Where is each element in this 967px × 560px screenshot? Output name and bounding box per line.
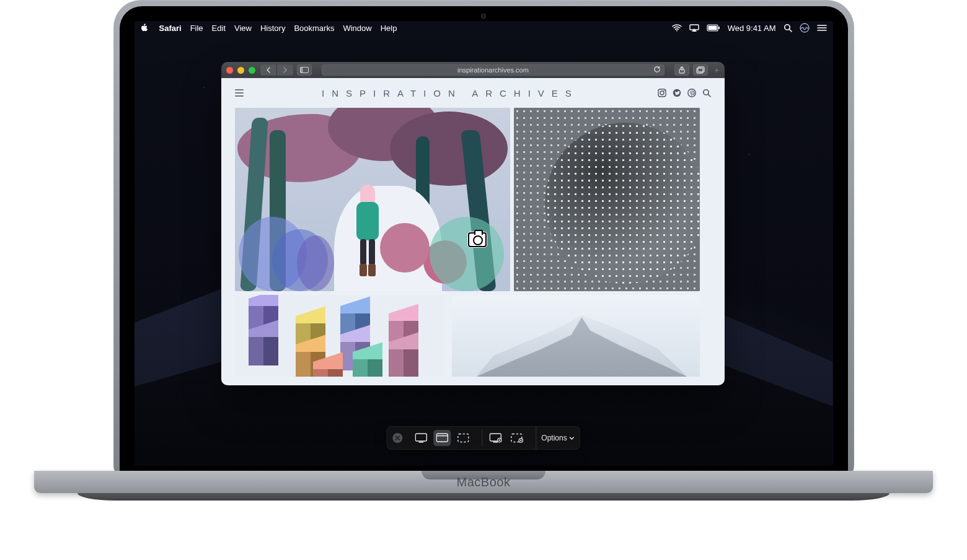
laptop-bezel: Safari File Edit View History Bookmarks …	[120, 6, 848, 477]
record-entire-screen-button[interactable]	[487, 430, 505, 446]
hamburger-menu-icon[interactable]	[235, 89, 244, 97]
twitter-icon[interactable]	[673, 89, 681, 97]
menu-history[interactable]: History	[260, 24, 285, 33]
menubar-app-name[interactable]: Safari	[159, 24, 182, 33]
svg-point-13	[660, 91, 664, 95]
capture-entire-screen-button[interactable]	[412, 430, 430, 446]
capture-window-button[interactable]	[433, 430, 451, 446]
menu-window[interactable]: Window	[343, 24, 371, 33]
svg-rect-19	[418, 442, 423, 443]
menubar: Safari File Edit View History Bookmarks …	[135, 21, 833, 35]
siri-icon[interactable]	[800, 23, 810, 33]
window-close-button[interactable]	[226, 67, 233, 74]
record-selection-button[interactable]	[508, 430, 526, 446]
menu-file[interactable]: File	[190, 24, 203, 33]
chevron-down-icon	[570, 437, 575, 440]
svg-rect-23	[493, 442, 498, 443]
gallery-tile-mountain[interactable]	[452, 295, 700, 377]
instagram-icon[interactable]	[658, 89, 666, 97]
webpage: INSPIRATION ARCHIVES	[221, 78, 725, 385]
address-bar-url: inspirationarchives.com	[457, 66, 529, 74]
svg-rect-4	[718, 27, 720, 29]
search-icon[interactable]	[702, 89, 711, 97]
svg-rect-21	[458, 434, 469, 442]
window-controls	[226, 67, 255, 74]
new-tab-button[interactable]: +	[714, 65, 719, 75]
apple-menu-icon[interactable]	[141, 24, 148, 32]
screenshot-camera-cursor-icon	[468, 232, 487, 247]
show-tabs-button[interactable]	[693, 64, 708, 76]
menu-help[interactable]: Help	[381, 24, 397, 33]
site-header: INSPIRATION ARCHIVES	[221, 78, 725, 108]
svg-point-14	[663, 90, 665, 92]
forward-button[interactable]	[276, 64, 293, 76]
svg-point-0	[676, 30, 678, 32]
site-title: INSPIRATION ARCHIVES	[244, 88, 658, 98]
share-button[interactable]	[674, 64, 689, 76]
notification-center-icon[interactable]	[817, 24, 827, 32]
laptop-screen: Safari File Edit View History Bookmarks …	[135, 21, 833, 466]
laptop-label: MacBook	[34, 475, 933, 489]
svg-rect-3	[708, 26, 717, 30]
gallery-tile-illustration[interactable]	[235, 108, 510, 291]
screenshot-close-button[interactable]	[392, 433, 402, 443]
figure-person	[354, 185, 381, 278]
gallery-tile-sphere[interactable]	[514, 108, 700, 291]
laptop-lid: Safari File Edit View History Bookmarks …	[113, 0, 854, 477]
reload-button[interactable]	[653, 66, 661, 74]
menu-edit[interactable]: Edit	[212, 24, 226, 33]
battery-icon[interactable]	[707, 24, 720, 32]
laptop-base: MacBook	[34, 471, 933, 508]
svg-point-25	[499, 439, 500, 440]
address-bar[interactable]: inspirationarchives.com	[322, 64, 665, 76]
svg-rect-18	[415, 434, 426, 441]
back-button[interactable]	[260, 64, 276, 76]
svg-point-28	[520, 440, 521, 441]
menu-view[interactable]: View	[234, 24, 252, 33]
screenshot-options-label: Options	[541, 434, 567, 442]
window-zoom-button[interactable]	[249, 67, 255, 74]
menubar-clock[interactable]: Wed 9:41 AM	[728, 24, 776, 33]
screenshot-options-button[interactable]: Options	[536, 426, 574, 450]
screenshot-toolbar: Options	[386, 426, 580, 450]
wifi-icon[interactable]	[672, 24, 682, 32]
airplay-icon[interactable]	[689, 24, 699, 32]
svg-rect-8	[300, 68, 302, 73]
svg-rect-20	[436, 434, 448, 442]
sidebar-button[interactable]	[297, 64, 312, 76]
gallery-tile-cubes[interactable]	[235, 295, 444, 377]
laptop: Safari File Edit View History Bookmarks …	[34, 0, 933, 520]
safari-window: inspirationarchives.com +	[221, 62, 725, 385]
capture-selection-button[interactable]	[454, 430, 472, 446]
window-minimize-button[interactable]	[237, 67, 244, 74]
spotlight-icon[interactable]	[784, 24, 792, 32]
safari-toolbar: inspirationarchives.com +	[221, 62, 725, 78]
laptop-camera	[481, 14, 486, 19]
menu-bookmarks[interactable]: Bookmarks	[294, 24, 334, 33]
pinterest-icon[interactable]	[687, 89, 696, 97]
svg-rect-12	[658, 89, 666, 97]
